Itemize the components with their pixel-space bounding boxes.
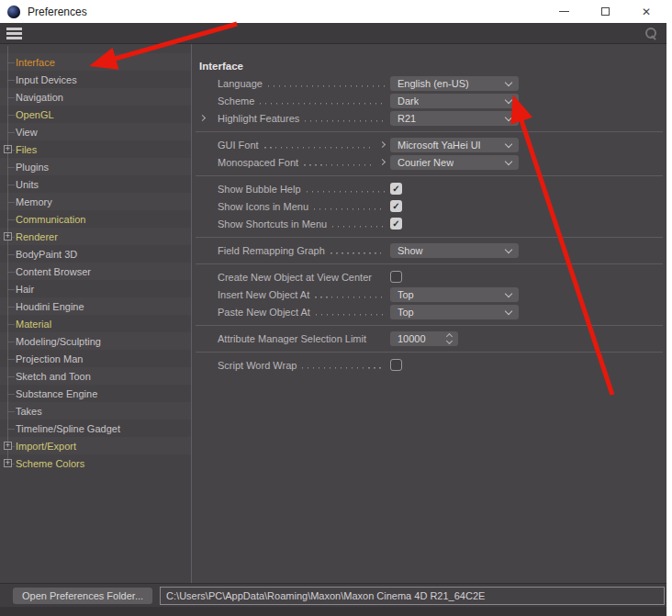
sidebar-item-label: Substance Engine (16, 388, 97, 399)
language-dropdown[interactable]: English (en-US) (390, 76, 519, 91)
sidebar-item-modeling-sculpting[interactable]: Modeling/Sculpting (0, 332, 191, 350)
sidebar-item-scheme-colors[interactable]: +Scheme Colors (0, 454, 191, 472)
dotted-leader (304, 164, 375, 166)
stepper-arrows-icon[interactable] (445, 332, 454, 345)
setting-row-attribute-manager-selection-limit: Attribute Manager Selection Limit10000 (192, 330, 666, 347)
attribute-manager-selection-limit-input[interactable]: 10000 (390, 331, 458, 346)
minimize-button[interactable] (548, 0, 579, 23)
cinema4d-logo-icon (7, 6, 20, 18)
sidebar-item-label: Timeline/Spline Gadget (16, 423, 120, 434)
sidebar-item-projection-man[interactable]: Projection Man (0, 350, 191, 367)
setting-label: Script Word Wrap (218, 360, 297, 371)
control-slot: ✓ (390, 183, 519, 195)
field-remapping-graph-dropdown[interactable]: Show (390, 243, 519, 258)
dropdown-value: Top (398, 307, 414, 318)
footer-bar: Open Preferences Folder... C:\Users\PC\A… (0, 583, 666, 607)
dropdown-value: English (en-US) (398, 78, 469, 89)
expand-plus-icon[interactable]: + (4, 145, 12, 153)
control-slot: Courier New (390, 155, 519, 170)
dotted-leader (314, 208, 385, 210)
sidebar-item-communication[interactable]: Communication (0, 210, 191, 228)
sidebar-item-opengl[interactable]: OpenGL (0, 106, 191, 123)
insert-new-object-at-dropdown[interactable]: Top (390, 287, 519, 302)
script-word-wrap-checkbox[interactable] (390, 359, 402, 371)
show-icons-in-menu-checkbox[interactable]: ✓ (390, 200, 402, 212)
setting-row-language: LanguageEnglish (en-US) (192, 74, 666, 92)
chevron-down-icon (505, 113, 512, 120)
control-slot: ✓ (390, 218, 519, 230)
expand-plus-icon[interactable]: + (4, 232, 12, 241)
setting-row-show-bubble-help: Show Bubble Help✓ (192, 180, 666, 197)
separator (192, 127, 666, 136)
chevron-right-icon[interactable] (197, 116, 207, 120)
title-bar: Preferences ✕ (0, 0, 672, 23)
control-slot: English (en-US) (390, 76, 519, 91)
maximize-button[interactable] (589, 0, 621, 23)
sidebar-item-substance-engine[interactable]: Substance Engine (0, 385, 191, 402)
sidebar-item-sketch-and-toon[interactable]: Sketch and Toon (0, 367, 191, 385)
sidebar-item-label: Plugins (16, 162, 49, 173)
dropdown-value: Courier New (398, 157, 454, 168)
sidebar-item-plugins[interactable]: Plugins (0, 158, 191, 175)
chevron-down-icon (505, 289, 512, 297)
category-tree: InterfaceInput DevicesNavigationOpenGLVi… (0, 44, 192, 583)
show-shortcuts-in-menu-checkbox[interactable]: ✓ (390, 218, 402, 230)
sidebar-item-label: Communication (16, 214, 85, 225)
close-button[interactable]: ✕ (631, 0, 662, 23)
sidebar-item-input-devices[interactable]: Input Devices (0, 71, 191, 88)
dotted-leader (264, 147, 375, 149)
control-slot: 10000 (390, 331, 519, 346)
sidebar-item-view[interactable]: View (0, 123, 191, 140)
window-bottom-edge (0, 607, 666, 616)
show-bubble-help-checkbox[interactable]: ✓ (390, 183, 402, 195)
sidebar-item-memory[interactable]: Memory (0, 193, 191, 210)
sidebar-item-navigation[interactable]: Navigation (0, 88, 191, 106)
sidebar-item-label: Import/Export (16, 441, 76, 452)
dotted-leader (330, 252, 385, 254)
control-slot: Dark (390, 94, 519, 108)
expand-plus-icon[interactable]: + (4, 442, 12, 450)
gui-font-dropdown[interactable]: Microsoft YaHei UI (390, 138, 519, 152)
sidebar-item-files[interactable]: +Files (0, 140, 191, 158)
separator (192, 171, 666, 180)
panel-title: Interface (192, 57, 666, 74)
sidebar-item-import-export[interactable]: +Import/Export (0, 437, 191, 454)
control-slot: Show (390, 243, 519, 258)
sidebar-item-hair[interactable]: Hair (0, 280, 191, 297)
chevron-down-icon (505, 78, 512, 85)
sidebar-item-takes[interactable]: Takes (0, 402, 191, 420)
sidebar-item-label: Interface (16, 57, 55, 68)
paste-new-object-at-dropdown[interactable]: Top (390, 305, 519, 319)
menu-icon[interactable] (6, 28, 22, 39)
sidebar-item-houdini-engine[interactable]: Houdini Engine (0, 297, 191, 315)
setting-label: Language (218, 78, 263, 89)
monospaced-font-dropdown[interactable]: Courier New (390, 155, 519, 170)
sidebar-item-label: Content Browser (16, 266, 91, 277)
sidebar-item-timeline-spline-gadget[interactable]: Timeline/Spline Gadget (0, 420, 191, 437)
sidebar-item-renderer[interactable]: +Renderer (0, 228, 191, 245)
sidebar-item-label: Memory (16, 196, 52, 207)
setting-row-scheme: SchemeDark (192, 92, 666, 109)
scheme-dropdown[interactable]: Dark (390, 94, 519, 108)
setting-label: Field Remapping Graph (218, 245, 325, 256)
window-title: Preferences (28, 6, 87, 18)
sidebar-item-units[interactable]: Units (0, 175, 191, 193)
separator (192, 347, 666, 356)
setting-label: Attribute Manager Selection Limit (218, 333, 366, 344)
chevron-down-icon (505, 95, 512, 103)
sidebar-item-label: Takes (16, 406, 42, 417)
chevron-right-icon (380, 160, 385, 164)
sidebar-item-bodypaint-3d[interactable]: BodyPaint 3D (0, 245, 191, 263)
highlight-features-dropdown[interactable]: R21 (390, 111, 519, 126)
setting-label: Show Shortcuts in Menu (218, 218, 327, 230)
sidebar-item-content-browser[interactable]: Content Browser (0, 263, 191, 280)
setting-label: Paste New Object At (218, 307, 310, 318)
chevron-right-icon (380, 142, 385, 147)
preferences-path-field[interactable]: C:\Users\PC\AppData\Roaming\Maxon\Maxon … (160, 587, 665, 605)
sidebar-item-interface[interactable]: Interface (0, 53, 191, 71)
search-icon[interactable] (644, 28, 657, 40)
expand-plus-icon[interactable]: + (4, 459, 12, 467)
open-preferences-folder-button[interactable]: Open Preferences Folder... (13, 588, 152, 604)
sidebar-item-material[interactable]: Material (0, 315, 191, 332)
create-new-object-at-view-center-checkbox[interactable] (390, 271, 402, 283)
